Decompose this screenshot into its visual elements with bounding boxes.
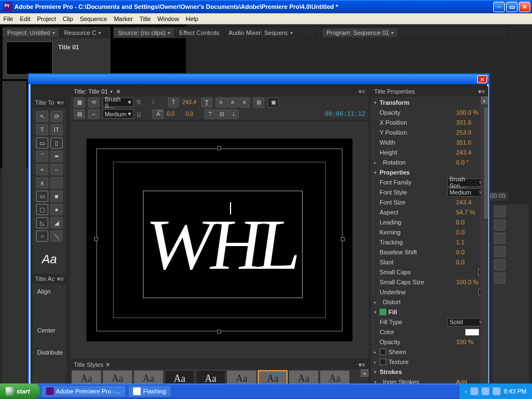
underline-toggle[interactable]: U̲ (137, 111, 149, 117)
rectangle-tool[interactable]: ▭ (36, 191, 48, 202)
properties-scrollbar[interactable]: ▴ ▾ (480, 96, 488, 399)
tray-icon[interactable] (493, 387, 500, 395)
handle-top[interactable] (217, 146, 221, 150)
line-tool[interactable]: ＼ (50, 231, 63, 242)
menu-sequence[interactable]: Sequence (80, 16, 108, 22)
arc-tool[interactable]: ◢ (50, 217, 63, 228)
handle-left[interactable] (94, 237, 98, 241)
menu-window[interactable]: Window (157, 16, 179, 22)
maximize-button[interactable]: ▭ (506, 2, 518, 12)
tool-button[interactable] (494, 273, 505, 284)
tool-button[interactable] (494, 233, 505, 244)
menu-file[interactable]: File (3, 16, 13, 22)
add-anchor-tool[interactable]: + (36, 164, 48, 175)
show-video-button[interactable]: ▣ (268, 98, 279, 108)
taskbar-item-premiere[interactable]: Adobe Premiere Pro -… (41, 385, 126, 397)
styles-tab[interactable]: Title Styles (74, 361, 103, 368)
rotation-label[interactable]: Rotation (380, 159, 456, 166)
titler-canvas[interactable]: WHL (70, 122, 369, 358)
crawl-button[interactable]: ↔ (88, 109, 99, 119)
title-tools-tab[interactable]: Title To (35, 99, 54, 106)
align-center-button[interactable]: ≡ (227, 98, 238, 108)
fontstyle-select[interactable]: Medium▾ (447, 188, 485, 197)
scroll-up-icon[interactable]: ▴ (361, 369, 369, 377)
wedge-tool[interactable]: ◺ (36, 217, 48, 228)
panel-menu-icon[interactable]: ▾≡ (359, 88, 365, 95)
tool-button[interactable] (494, 219, 505, 231)
tool-button[interactable] (494, 259, 505, 270)
fill-checkbox[interactable] (380, 309, 386, 315)
template-button[interactable]: ▦ (74, 98, 85, 108)
title-actions-tab[interactable]: Title Ac (35, 275, 55, 282)
valign-mid-button[interactable]: ⊟ (216, 109, 227, 119)
convert-anchor-tool[interactable]: ∧ (36, 177, 48, 188)
menu-clip[interactable]: Clip (63, 16, 73, 22)
tab-project[interactable]: Project: Untitled▾ (3, 28, 60, 37)
filled-rectangle-tool[interactable]: ■ (50, 191, 63, 202)
font-style-select[interactable]: Medium▾ (103, 109, 134, 119)
roll-button[interactable]: ⟲ (88, 98, 99, 108)
texture-checkbox[interactable] (380, 359, 386, 365)
scroll-up-icon[interactable]: ▴ (481, 96, 488, 104)
texture-label[interactable]: Texture (388, 359, 485, 365)
properties-tab[interactable]: Title Properties (374, 88, 415, 95)
handle-right[interactable] (341, 237, 345, 241)
handle-bottom[interactable] (217, 330, 221, 334)
minimize-button[interactable]: ─ (493, 2, 505, 12)
valign-bot-button[interactable]: ⊥ (228, 109, 239, 119)
sheen-label[interactable]: Sheen (388, 349, 485, 355)
title-text[interactable]: WHL (141, 203, 304, 286)
tab-source[interactable]: Source: (no clips)▾ (114, 28, 175, 37)
tool-button[interactable] (494, 246, 505, 257)
titler-titlebar[interactable]: ✕ (29, 74, 489, 84)
taskbar-item-flashing[interactable]: Flashing (128, 385, 171, 397)
font-size-value[interactable]: 243.4 (182, 99, 198, 105)
group-transform[interactable]: Transform (380, 99, 485, 106)
vertical-type-tool[interactable]: IT (50, 124, 63, 135)
type-tool[interactable]: T (36, 124, 48, 135)
text-bounding-box[interactable]: WHL (143, 191, 303, 298)
clock[interactable]: 8:43 PM (504, 388, 526, 395)
selection-tool[interactable]: ↖ (36, 111, 48, 122)
start-button[interactable]: start (0, 383, 40, 399)
tab-program[interactable]: Program: Sequence 01▾ (322, 28, 398, 37)
vertical-area-type-tool[interactable]: ▯ (50, 137, 63, 149)
menu-help[interactable]: Help (186, 16, 198, 22)
fontfamily-select[interactable]: Brush Scri…▾ (447, 178, 485, 187)
rotate-tool[interactable]: ⟳ (50, 111, 63, 122)
delete-anchor-tool[interactable]: − (50, 164, 63, 175)
tray-expand-icon[interactable]: ‹ (465, 388, 467, 395)
valign-top-button[interactable]: ⊤ (204, 109, 216, 119)
new-title-button[interactable]: ▤ (74, 109, 85, 119)
bold-toggle[interactable]: B (137, 99, 149, 105)
path-type-tool[interactable]: ⌒ (36, 151, 48, 162)
tool-button[interactable] (494, 206, 505, 217)
color-swatch[interactable] (465, 329, 479, 336)
group-properties[interactable]: Properties (380, 169, 485, 176)
align-left-button[interactable]: ≡ (216, 98, 227, 108)
leading-value[interactable]: 0.0 (167, 111, 182, 117)
clip-thumbnail[interactable] (6, 42, 53, 75)
tab-effect-controls[interactable]: Effect Controls (175, 28, 224, 37)
kerning-value[interactable]: 0.0 (186, 111, 201, 117)
tab-title[interactable]: Title: Title 01▾✕ (70, 88, 124, 96)
sheen-checkbox[interactable] (380, 349, 386, 355)
pen-tool[interactable]: ✒ (50, 151, 63, 162)
rounded-rect-tool[interactable]: ▢ (36, 204, 48, 215)
tab-resource[interactable]: Resource C▾ (60, 28, 106, 37)
menu-marker[interactable]: Marker (114, 16, 132, 22)
menu-edit[interactable]: Edit (20, 16, 30, 22)
titler-close-button[interactable]: ✕ (477, 75, 487, 83)
distort-label[interactable]: Distort (380, 299, 485, 305)
area-type-tool[interactable]: ▭ (36, 137, 48, 149)
close-button[interactable]: ✕ (519, 2, 530, 12)
italic-toggle[interactable]: I (152, 99, 165, 105)
titler-timecode[interactable]: 00:00:11:12 (325, 110, 365, 117)
ellipse-tool[interactable]: ○ (36, 231, 48, 242)
tray-icon[interactable] (470, 387, 478, 395)
filltype-select[interactable]: Solid▾ (447, 318, 485, 326)
rounded-rect-filled-tool[interactable]: ● (50, 204, 63, 215)
menu-title[interactable]: Title (140, 16, 151, 22)
group-fill[interactable]: Fill (388, 309, 485, 315)
system-tray[interactable]: ‹ 8:43 PM (459, 383, 532, 399)
